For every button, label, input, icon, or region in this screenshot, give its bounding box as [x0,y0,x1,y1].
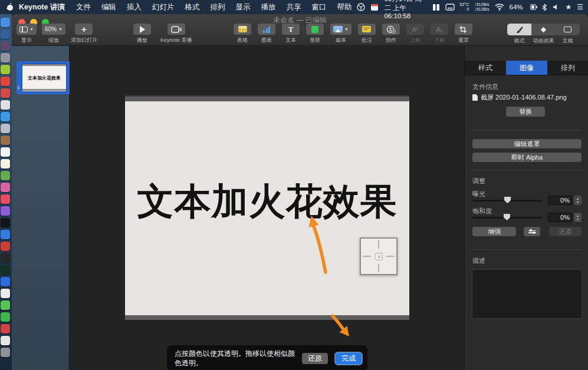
apple-menu-icon[interactable] [5,3,15,11]
status-datetime[interactable]: 01月14日 周二 上午06:10:58 [384,0,426,19]
screenshot-tool-icon[interactable] [445,4,455,11]
menu-item-view[interactable]: 显示 [235,2,250,12]
media-icon [333,26,343,32]
status-network-speed[interactable]: ↑512B/s ↓512B/s [474,2,489,12]
menu-app-name[interactable]: Keynote 讲演 [19,2,65,12]
menu-item-share[interactable]: 共享 [286,2,301,12]
done-button[interactable]: 完成 [336,353,362,364]
add-slide-button[interactable]: + 添加幻灯片 [71,24,97,44]
dock-icon-calendar[interactable] [1,147,10,157]
dock-icon-y-app[interactable] [1,289,10,298]
tab-arrange[interactable]: 排列 [547,61,588,75]
keynote-live-button[interactable]: Keynote 直播 [160,24,192,44]
view-icon [19,27,28,32]
menu-item-file[interactable]: 文件 [76,2,91,12]
dock-icon-media-player[interactable] [1,100,10,110]
slide-thumbnail[interactable]: 文本加火花效果 [22,64,66,91]
dock-icon-tv[interactable] [1,218,10,227]
menu-item-play[interactable]: 播放 [261,2,275,12]
tab-style[interactable]: 样式 [465,61,506,75]
description-textarea[interactable] [472,269,582,319]
saturation-stepper[interactable]: ▲▼ [574,213,582,222]
insert-text-button[interactable]: T 文本 [282,24,300,44]
menu-item-format[interactable]: 格式 [185,2,199,12]
restore-button[interactable]: 还原 [302,353,328,364]
slide-canvas[interactable]: 文本加火花效果 点按颜色以使其透明。拖移以使相似颜色透明。 还原 完成 [70,46,464,370]
adjust-levels-button[interactable] [524,227,540,236]
exposure-stepper[interactable]: ▲▼ [574,196,582,205]
dock-icon-trash[interactable] [1,348,10,357]
saturation-slider-thumb[interactable] [504,214,510,220]
animate-tab[interactable] [531,24,556,35]
instant-alpha-loupe[interactable] [360,237,398,275]
menu-item-edit[interactable]: 编辑 [101,2,116,12]
dock-icon-document[interactable] [1,336,10,345]
slide-thumbnail-text: 文本加火花效果 [28,75,61,81]
collaborate-button[interactable]: 协作 [382,24,400,44]
dock-icon-safari[interactable] [1,112,10,121]
file-name-row: 截屏 2020-01-1406.08.47.png [472,93,567,102]
menu-item-help[interactable]: 帮助 [337,2,352,12]
dock-icon-dark-mountain[interactable] [1,41,10,51]
dock-icon-notes[interactable] [1,159,10,169]
dock-icon-red-badge[interactable] [1,324,10,333]
dock-icon-app-store[interactable] [1,230,10,239]
slide-image[interactable]: 文本加火花效果 [125,95,409,320]
dock-icon-graphics[interactable] [1,171,10,180]
dock-icon-android[interactable] [1,65,10,74]
adjust-reset-button: 还原 [549,227,582,236]
insert-comment-button[interactable]: 批注 [358,24,376,44]
calendar-icon[interactable] [370,4,379,11]
steering-wheel-icon[interactable] [357,3,365,11]
list-menu-icon[interactable]: ☰ [577,3,583,11]
dock-icon-vpn[interactable] [1,277,10,286]
zoom-select[interactable]: 60%▼ 缩放 [42,24,65,44]
wifi-icon[interactable] [495,4,504,11]
insert-shape-button[interactable]: 形状 [306,24,324,44]
volume-icon[interactable] [553,4,560,11]
exposure-value[interactable]: 0% [548,196,573,205]
menu-item-slide[interactable]: 幻灯片 [152,2,175,12]
menu-item-arrange[interactable]: 排列 [210,2,225,12]
bluetooth-icon[interactable] [541,4,547,11]
dock-icon-terminal[interactable] [1,265,10,275]
status-temperature[interactable]: 52°C 0 [460,2,469,12]
tab-image[interactable]: 图像 [506,61,547,75]
dock-icon-music[interactable] [1,194,10,204]
insert-table-button[interactable]: 表格 [234,24,251,44]
format-tab[interactable] [507,24,531,35]
menu-item-insert[interactable]: 插入 [127,2,142,12]
dock-icon-pinwheel[interactable] [1,183,10,192]
exposure-slider[interactable] [472,200,542,201]
dock-icon-chrome[interactable] [1,77,10,86]
parallels-icon[interactable] [432,4,440,11]
dock-icon-books[interactable] [1,136,10,145]
insert-media-button[interactable]: ▼ 媒体 [330,24,352,44]
saturation-value[interactable]: 0% [548,213,573,222]
star-menu-icon[interactable]: ★ [565,3,571,11]
dock-icon-finder[interactable] [1,18,10,27]
view-button[interactable]: ▼ 显示 [17,24,37,44]
menu-item-window[interactable]: 窗口 [311,2,326,12]
dock-icon-green-app[interactable] [1,300,10,310]
instant-alpha-button[interactable]: 即时 Alpha [472,153,582,162]
mask-button[interactable]: 遮罩 [455,24,472,44]
dock-icon-wechat[interactable] [1,312,10,322]
replace-button[interactable]: 替换 [506,107,545,117]
dock-icon-podcasts[interactable] [1,206,10,216]
play-button[interactable]: 播放 [133,24,151,44]
document-tab[interactable] [556,24,580,35]
saturation-slider[interactable] [472,217,542,219]
dock-icon-red-app[interactable] [1,88,10,98]
dock-icon-blue-badge[interactable] [1,29,10,39]
dock-icon-brave[interactable] [1,242,10,251]
exposure-slider-thumb[interactable] [504,197,511,203]
battery-icon[interactable] [530,4,537,10]
dock-icon-dartboard[interactable] [1,53,10,62]
enhance-button[interactable]: 增强 [472,227,516,236]
edit-mask-button[interactable]: 编辑遮罩 [472,139,582,148]
insert-chart-button[interactable]: 图表 [258,24,275,44]
dock-icon-dark-utility[interactable] [1,253,10,263]
image-bottom-bar [125,315,409,320]
dock-icon-preview[interactable] [1,124,10,133]
